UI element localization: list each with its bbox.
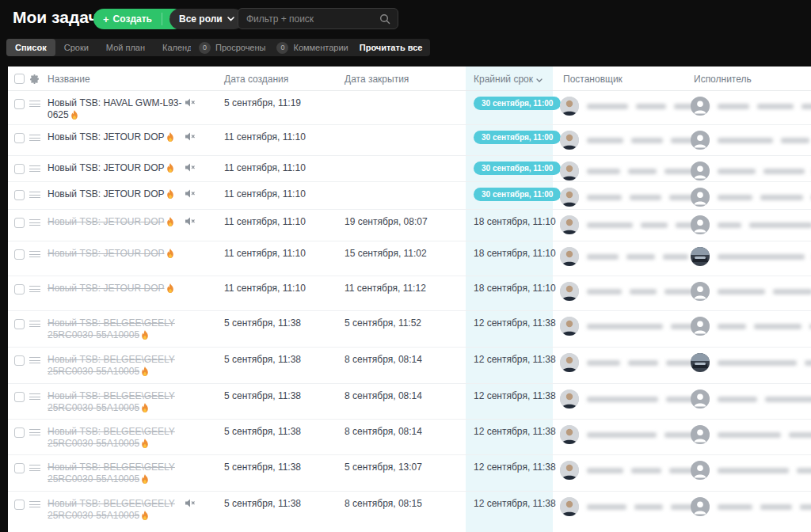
task-name[interactable]: Новый TSB: JETOUR DOP <box>48 248 188 261</box>
assignee-name-redacted[interactable] <box>718 466 811 474</box>
col-header-closed[interactable]: Дата закрытия <box>345 74 409 85</box>
assignee-avatar[interactable] <box>691 353 710 372</box>
deadline-value[interactable]: 12 сентября, 11:38 <box>474 317 556 329</box>
assignee-name-redacted[interactable] <box>718 359 811 367</box>
poser-name-redacted[interactable] <box>587 193 706 201</box>
row-checkbox[interactable] <box>14 319 25 329</box>
row-checkbox[interactable] <box>14 428 25 438</box>
roles-dropdown[interactable]: Все роли <box>169 9 244 29</box>
row-checkbox[interactable] <box>14 284 25 294</box>
deadline-value[interactable]: 18 сентября, 11:10 <box>474 283 556 294</box>
assignee-avatar[interactable] <box>691 282 710 301</box>
poser-avatar[interactable] <box>560 162 579 180</box>
drag-handle-icon[interactable] <box>29 251 40 260</box>
table-row[interactable]: Новый TSB: BELGEE\GEELY 25RC0030-55A1000… <box>8 420 811 455</box>
drag-handle-icon[interactable] <box>29 101 40 109</box>
poser-avatar[interactable] <box>560 461 579 480</box>
deadline-value[interactable]: 30 сентября, 11:00 <box>474 131 561 144</box>
assignee-name-redacted[interactable] <box>718 431 811 439</box>
deadline-value[interactable]: 12 сентября, 11:38 <box>474 354 556 365</box>
tab-t2[interactable]: Мой план <box>97 39 154 56</box>
drag-handle-icon[interactable] <box>29 192 40 200</box>
tab-list[interactable]: Список <box>6 39 55 56</box>
tab-t1[interactable]: Сроки <box>55 39 97 56</box>
poser-name-redacted[interactable] <box>587 359 693 367</box>
table-row[interactable]: Новый TSB: HAVAL GWM-L93-0625 5 сентября… <box>8 91 811 125</box>
table-row[interactable]: Новый TSB: JETOUR DOP 11 сентября, 11:10… <box>8 156 811 182</box>
row-checkbox[interactable] <box>14 249 25 260</box>
drag-handle-icon[interactable] <box>29 393 40 402</box>
col-header-name[interactable]: Название <box>48 74 90 85</box>
table-row[interactable]: Новый TSB: JETOUR DOP 11 сентября, 11:10… <box>8 241 811 276</box>
poser-avatar[interactable] <box>560 497 579 516</box>
drag-handle-icon[interactable] <box>29 357 40 366</box>
drag-handle-icon[interactable] <box>29 429 40 438</box>
poser-avatar[interactable] <box>560 131 579 150</box>
drag-handle-icon[interactable] <box>29 219 40 228</box>
drag-handle-icon[interactable] <box>29 165 40 174</box>
row-checkbox[interactable] <box>14 99 25 109</box>
assignee-name-redacted[interactable] <box>718 167 811 175</box>
task-name[interactable]: Новый TSB: JETOUR DOP <box>48 162 188 176</box>
task-name[interactable]: Новый TSB: BELGEE\GEELY 25RC0030-55A1000… <box>48 390 188 416</box>
row-checkbox[interactable] <box>14 164 25 174</box>
table-row[interactable]: Новый TSB: JETOUR DOP 11 сентября, 11:10… <box>8 210 811 241</box>
assignee-name-redacted[interactable] <box>718 193 811 201</box>
assignee-avatar[interactable] <box>691 215 710 234</box>
drag-handle-icon[interactable] <box>29 501 40 510</box>
poser-name-redacted[interactable] <box>587 431 696 439</box>
assignee-name-redacted[interactable] <box>718 322 811 330</box>
filter-search-box[interactable] <box>238 8 398 29</box>
row-checkbox[interactable] <box>14 190 25 200</box>
deadline-value[interactable]: 18 сентября, 11:10 <box>474 216 556 227</box>
table-row[interactable]: Новый TSB: JETOUR DOP 11 сентября, 11:10… <box>8 276 811 311</box>
table-row[interactable]: Новый TSB: BELGEE\GEELY 25RC0030-55A1000… <box>8 348 811 384</box>
assignee-avatar[interactable] <box>691 188 710 207</box>
col-header-assignee[interactable]: Исполнитель <box>694 74 752 85</box>
assignee-avatar[interactable] <box>691 97 710 116</box>
drag-handle-icon[interactable] <box>29 135 40 143</box>
assignee-avatar[interactable] <box>691 317 710 336</box>
deadline-value[interactable]: 12 сентября, 11:38 <box>474 390 556 401</box>
table-row[interactable]: Новый TSB: JETOUR DOP 11 сентября, 11:10… <box>8 182 811 210</box>
assignee-avatar[interactable] <box>691 461 710 480</box>
read-all-button[interactable]: Прочитать все <box>360 43 423 52</box>
assignee-name-redacted[interactable] <box>718 102 811 110</box>
row-checkbox[interactable] <box>14 392 25 402</box>
poser-avatar[interactable] <box>560 353 579 372</box>
assignee-avatar[interactable] <box>691 131 710 150</box>
row-checkbox[interactable] <box>14 133 25 143</box>
assignee-name-redacted[interactable] <box>718 253 811 260</box>
assignee-name-redacted[interactable] <box>718 136 811 144</box>
poser-name-redacted[interactable] <box>587 322 702 330</box>
gear-icon[interactable] <box>29 74 40 84</box>
select-all-checkbox[interactable] <box>14 74 25 84</box>
task-name[interactable]: Новый TSB: BELGEE\GEELY 25RC0030-55A1000… <box>48 317 188 343</box>
deadline-value[interactable]: 30 сентября, 11:00 <box>474 162 561 175</box>
table-row[interactable]: Новый TSB: BELGEE\GEELY 25RC0030-55A1000… <box>8 455 811 492</box>
col-header-created[interactable]: Дата создания <box>224 74 288 85</box>
assignee-name-redacted[interactable] <box>718 221 811 229</box>
table-row[interactable]: Новый TSB: BELGEE\GEELY 25RC0030-55A1000… <box>8 384 811 420</box>
task-name[interactable]: Новый TSB: JETOUR DOP <box>48 131 188 145</box>
task-name[interactable]: Новый TSB: BELGEE\GEELY 25RC0030-55A1000… <box>48 354 188 379</box>
poser-avatar[interactable] <box>560 425 579 444</box>
assignee-avatar[interactable] <box>691 425 710 444</box>
deadline-value[interactable]: 30 сентября, 11:00 <box>474 188 561 201</box>
deadline-value[interactable]: 30 сентября, 11:00 <box>474 97 561 110</box>
task-name[interactable]: Новый TSB: HAVAL GWM-L93-0625 <box>48 97 188 123</box>
poser-avatar[interactable] <box>560 247 579 266</box>
drag-handle-icon[interactable] <box>29 286 40 294</box>
search-input[interactable] <box>238 13 379 25</box>
deadline-value[interactable]: 18 сентября, 11:10 <box>474 248 556 259</box>
drag-handle-icon[interactable] <box>29 321 40 329</box>
poser-name-redacted[interactable] <box>587 287 693 295</box>
task-name[interactable]: Новый TSB: JETOUR DOP <box>48 283 188 296</box>
counter-overdue[interactable]: 0 Просрочены <box>199 42 265 54</box>
task-name[interactable]: Новый TSB: JETOUR DOP <box>48 216 188 230</box>
assignee-name-redacted[interactable] <box>718 395 811 403</box>
poser-avatar[interactable] <box>560 317 579 336</box>
counter-comments[interactable]: 0 Комментарии <box>276 42 348 54</box>
create-task-main[interactable]: + Создать <box>93 13 162 25</box>
row-checkbox[interactable] <box>14 463 25 473</box>
